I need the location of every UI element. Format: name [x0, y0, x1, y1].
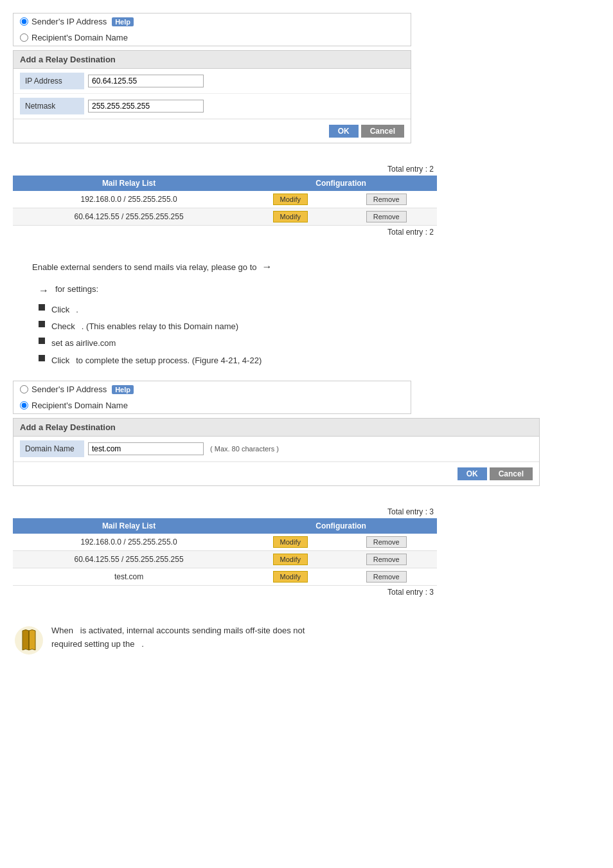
modify-button[interactable]: Modify — [273, 211, 308, 222]
table2-total-bottom: Total entry : 3 — [13, 586, 437, 599]
recipient-domain-radio[interactable] — [20, 33, 28, 42]
col-configuration-2: Configuration — [245, 518, 437, 534]
ip-address-input[interactable] — [88, 75, 204, 87]
panel1-cancel-button[interactable]: Cancel — [361, 125, 404, 138]
modify-button[interactable]: Modify — [273, 571, 308, 583]
remove-cell: Remove — [335, 568, 437, 586]
bullet-2 — [39, 321, 45, 327]
table1-section: Total entry : 2 Mail Relay List Configur… — [13, 163, 600, 239]
panel2-sender-ip-label: Sender's IP Address — [31, 384, 107, 394]
modify-button[interactable]: Modify — [273, 554, 308, 565]
note-text-block: When is activated, internal accounts sen… — [51, 624, 305, 651]
bullet-1 — [39, 304, 45, 311]
col-mail-relay-list-2: Mail Relay List — [13, 518, 245, 534]
modify-button[interactable]: Modify — [273, 194, 308, 205]
domain-name-value: ( Max. 80 characters ) — [84, 440, 533, 457]
instructions-sub-arrow: → for settings: — [32, 282, 600, 300]
panel2-form: Add a Relay Destination Domain Name ( Ma… — [13, 418, 540, 486]
panel1-btn-row: OK Cancel — [13, 119, 411, 143]
sender-ip-label: Sender's IP Address — [31, 17, 107, 26]
table-row: 60.64.125.55 / 255.255.255.255 Modify Re… — [13, 208, 437, 226]
modify-cell: Modify — [245, 191, 335, 208]
table2-section: Total entry : 3 Mail Relay List Configur… — [13, 505, 600, 599]
instructions-item2: Check . (This enables relay to this Doma… — [32, 319, 600, 334]
remove-cell: Remove — [335, 208, 437, 226]
entry-cell: 60.64.125.55 / 255.255.255.255 — [13, 208, 245, 226]
panel1-ok-button[interactable]: OK — [329, 125, 359, 138]
instructions-block: Enable external senders to send mails vi… — [32, 258, 600, 368]
modify-cell: Modify — [245, 551, 335, 568]
instructions-arrow: → — [262, 258, 272, 276]
domain-hint: ( Max. 80 characters ) — [210, 445, 279, 453]
table2-total-top: Total entry : 3 — [13, 505, 437, 518]
panel2-section: Sender's IP Address Help Recipient's Dom… — [13, 381, 600, 486]
instructions-item4: Click to complete the setup process. (Fi… — [32, 353, 600, 368]
sender-ip-radio[interactable] — [20, 17, 28, 26]
modify-cell: Modify — [245, 208, 335, 226]
bullet-3 — [39, 338, 45, 344]
item3-text: set as airlive.com — [51, 336, 116, 350]
bullet-4 — [39, 355, 45, 361]
table1-total-top: Total entry : 2 — [13, 163, 437, 176]
panel2-recipient-domain-radio[interactable] — [20, 401, 28, 410]
note-period: . — [141, 639, 144, 649]
entry-cell: 192.168.0.0 / 255.255.255.0 — [13, 534, 245, 551]
entry-cell: test.com — [13, 568, 245, 586]
netmask-field-label: Netmask — [20, 98, 84, 114]
item4-bullet-text: Click — [51, 353, 69, 368]
col-configuration-1: Configuration — [245, 176, 437, 191]
note-when: When — [51, 626, 73, 635]
panel2-ok-button[interactable]: OK — [458, 467, 487, 480]
item4-text: to complete the setup process. (Figure 4… — [76, 353, 262, 368]
book-icon — [13, 624, 45, 656]
item1-text: . — [76, 302, 78, 317]
instructions-item1: Click . — [32, 302, 600, 317]
panel2-btn-row: OK Cancel — [13, 462, 539, 485]
netmask-row: Netmask — [13, 94, 411, 119]
panel2-recipient-domain-label: Recipient's Domain Name — [31, 401, 128, 410]
remove-cell: Remove — [335, 191, 437, 208]
remove-cell: Remove — [335, 534, 437, 551]
panel2-cancel-button[interactable]: Cancel — [490, 467, 533, 480]
modify-cell: Modify — [245, 568, 335, 586]
table-row: 60.64.125.55 / 255.255.255.255 Modify Re… — [13, 551, 437, 568]
ip-address-value — [84, 73, 404, 89]
table-row: 192.168.0.0 / 255.255.255.0 Modify Remov… — [13, 191, 437, 208]
panel1-header: Add a Relay Destination — [13, 51, 411, 69]
netmask-input[interactable] — [88, 100, 204, 113]
remove-button[interactable]: Remove — [366, 571, 407, 583]
entry-cell: 60.64.125.55 / 255.255.255.255 — [13, 551, 245, 568]
instructions-main-line: Enable external senders to send mails vi… — [32, 258, 600, 276]
ip-address-field-label: IP Address — [20, 73, 84, 89]
remove-button[interactable]: Remove — [366, 554, 407, 565]
domain-name-row: Domain Name ( Max. 80 characters ) — [13, 437, 539, 462]
item2-bullet-text: Check — [51, 319, 75, 334]
col-mail-relay-list-1: Mail Relay List — [13, 176, 245, 191]
note-required: required setting up the — [51, 639, 134, 649]
for-settings-text: for settings: — [55, 282, 98, 296]
panel2-header: Add a Relay Destination — [13, 419, 539, 437]
recipient-domain-label: Recipient's Domain Name — [31, 33, 128, 42]
remove-button[interactable]: Remove — [366, 211, 407, 222]
item2-text: . (This enables relay to this Domain nam… — [82, 319, 238, 334]
help-badge-1[interactable]: Help — [112, 17, 134, 26]
remove-button[interactable]: Remove — [366, 194, 407, 205]
radio1-row: Sender's IP Address Help — [13, 14, 411, 30]
relay-table-1: Mail Relay List Configuration 192.168.0.… — [13, 176, 437, 226]
instructions-main-text: Enable external senders to send mails vi… — [32, 260, 257, 275]
radio2-row: Recipient's Domain Name — [13, 30, 411, 46]
instructions-item3: set as airlive.com — [32, 336, 600, 350]
panel1-options: Sender's IP Address Help Recipient's Dom… — [13, 13, 411, 46]
remove-cell: Remove — [335, 551, 437, 568]
domain-name-input[interactable] — [88, 442, 204, 455]
note-icon — [13, 624, 45, 656]
help-badge-2[interactable]: Help — [112, 385, 134, 394]
remove-button[interactable]: Remove — [366, 536, 407, 548]
panel2-options: Sender's IP Address Help Recipient's Dom… — [13, 381, 411, 414]
ip-address-row: IP Address — [13, 69, 411, 94]
panel2-radio1-row: Sender's IP Address Help — [13, 381, 411, 397]
panel2-sender-ip-radio[interactable] — [20, 385, 28, 393]
panel1-section: Sender's IP Address Help Recipient's Dom… — [13, 13, 600, 143]
modify-button[interactable]: Modify — [273, 536, 308, 548]
entry-cell: 192.168.0.0 / 255.255.255.0 — [13, 191, 245, 208]
